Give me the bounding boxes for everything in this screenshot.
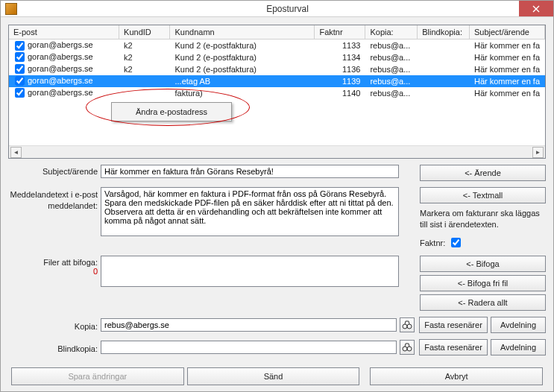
cell: Kund 2 (e-postfaktura) bbox=[170, 39, 315, 51]
body-textarea[interactable] bbox=[101, 187, 399, 236]
cell-email: goran@abergs.se bbox=[28, 76, 93, 85]
svg-point-2 bbox=[403, 347, 407, 351]
row-checkbox[interactable] bbox=[15, 64, 25, 74]
email-table-container: E-postKundIDKundnamnFaktnrKopia:Blindkop… bbox=[8, 25, 546, 159]
kopia-avdelning-button[interactable]: Avdelning bbox=[491, 317, 546, 333]
kopia-lookup-button[interactable] bbox=[400, 317, 415, 332]
table-row[interactable]: goran@abergs.sek2Kund 2 (e-postfaktura)1… bbox=[9, 63, 545, 75]
table-row[interactable]: goran@abergs.sefaktura)1140rebus@a...Här… bbox=[9, 87, 545, 99]
cell: 1133 bbox=[315, 39, 365, 51]
label-subject: Subject/ärende bbox=[8, 165, 98, 176]
binoculars-icon bbox=[402, 343, 412, 352]
horizontal-scrollbar[interactable]: ◄ ► bbox=[9, 145, 545, 158]
cell: rebus@a... bbox=[365, 75, 418, 87]
context-menu-item-change-email[interactable]: Ändra e-postadress bbox=[113, 104, 230, 119]
svg-point-3 bbox=[407, 347, 412, 351]
cell: k2 bbox=[119, 51, 170, 63]
table-scroll[interactable]: E-postKundIDKundnamnFaktnrKopia:Blindkop… bbox=[9, 25, 545, 145]
svg-point-1 bbox=[407, 324, 412, 329]
scroll-right-icon[interactable]: ► bbox=[532, 147, 544, 158]
binoculars-icon bbox=[402, 320, 412, 329]
blindkopia-avdelning-button[interactable]: Avdelning bbox=[491, 339, 546, 355]
bifoga-fri-fil-button[interactable]: <- Bifoga fri fil bbox=[420, 275, 546, 291]
bifoga-button[interactable]: <- Bifoga bbox=[420, 256, 546, 272]
column-header[interactable]: Kopia: bbox=[365, 25, 418, 39]
label-faktnr: Faktnr: bbox=[420, 238, 445, 247]
cell: Här kommer en fa bbox=[469, 39, 544, 51]
subject-input[interactable] bbox=[101, 165, 399, 178]
content-area: E-postKundIDKundnamnFaktnrKopia:Blindkop… bbox=[1, 17, 553, 391]
cell: faktura) bbox=[170, 87, 315, 99]
sand-button[interactable]: Sänd bbox=[187, 367, 360, 385]
blindkopia-fasta-button[interactable]: Fasta resenärer bbox=[419, 339, 488, 355]
cell: Kund 2 (e-postfaktura) bbox=[170, 51, 315, 63]
filer-count: 0 bbox=[8, 267, 98, 276]
cell-email: goran@abergs.se bbox=[28, 88, 93, 97]
cell-email: goran@abergs.se bbox=[28, 52, 93, 61]
column-header[interactable]: E-post bbox=[9, 25, 119, 39]
cell: rebus@a... bbox=[365, 63, 418, 75]
email-table: E-postKundIDKundnamnFaktnrKopia:Blindkop… bbox=[9, 25, 545, 98]
filer-listbox[interactable] bbox=[101, 256, 399, 287]
cell bbox=[119, 75, 170, 87]
cell: k2 bbox=[119, 39, 170, 51]
app-icon bbox=[5, 3, 17, 15]
cell: k2 bbox=[119, 63, 170, 75]
cell: Här kommer en fa bbox=[469, 51, 544, 63]
cell: Här kommer en fa bbox=[469, 63, 544, 75]
spara-button[interactable]: Spara ändringar bbox=[11, 367, 184, 385]
cell: Kund 2 (e-postfaktura) bbox=[170, 63, 315, 75]
column-header[interactable]: Kundnamn bbox=[170, 25, 315, 39]
blindkopia-lookup-button[interactable] bbox=[400, 340, 415, 355]
cell: rebus@a... bbox=[365, 39, 418, 51]
cell: 1140 bbox=[315, 87, 365, 99]
cell: 1134 bbox=[315, 51, 365, 63]
avbryt-button[interactable]: Avbryt bbox=[370, 367, 543, 385]
cell: ...etag AB bbox=[170, 75, 315, 87]
row-checkbox[interactable] bbox=[15, 76, 25, 86]
row-checkbox[interactable] bbox=[15, 88, 25, 98]
column-header[interactable]: KundID bbox=[119, 25, 170, 39]
svg-point-0 bbox=[403, 324, 407, 329]
cell-email: goran@abergs.se bbox=[28, 40, 93, 49]
cell bbox=[418, 63, 470, 75]
kopia-fasta-button[interactable]: Fasta resenärer bbox=[419, 317, 488, 333]
table-row[interactable]: goran@abergs.sek2Kund 2 (e-postfaktura)1… bbox=[9, 39, 545, 51]
faktnr-checkbox[interactable] bbox=[451, 238, 461, 247]
cell: 1136 bbox=[315, 63, 365, 75]
close-button[interactable] bbox=[519, 1, 553, 16]
radera-allt-button[interactable]: <- Radera allt bbox=[420, 294, 546, 311]
textmall-button[interactable]: <- Textmall bbox=[420, 187, 546, 203]
arende-button[interactable]: <- Ärende bbox=[420, 165, 546, 181]
cell-email: goran@abergs.se bbox=[28, 64, 93, 73]
cell bbox=[418, 75, 470, 87]
cell bbox=[418, 39, 470, 51]
kopia-input[interactable] bbox=[101, 318, 397, 332]
blindkopia-input[interactable] bbox=[101, 341, 397, 354]
cell bbox=[418, 51, 470, 63]
window-title: Eposturval bbox=[22, 4, 553, 14]
cell: Här kommer en fa bbox=[469, 87, 544, 99]
table-row[interactable]: goran@abergs.sek2Kund 2 (e-postfaktura)1… bbox=[9, 51, 545, 63]
cell bbox=[119, 87, 170, 99]
cell: rebus@a... bbox=[365, 51, 418, 63]
cell: rebus@a... bbox=[365, 87, 418, 99]
close-icon bbox=[532, 5, 540, 13]
scroll-left-icon[interactable]: ◄ bbox=[10, 147, 22, 158]
titlebar: Eposturval bbox=[1, 1, 553, 17]
column-header[interactable]: Faktnr bbox=[315, 25, 365, 39]
label-blindkopia: Blindkopia: bbox=[8, 342, 98, 353]
column-header[interactable]: Blindkopia: bbox=[418, 25, 470, 39]
label-filer: Filer att bifoga: 0 bbox=[8, 256, 98, 276]
label-body: Meddelandetext i e-post meddelandet: bbox=[8, 187, 98, 211]
cell: Här kommer en fa bbox=[469, 75, 544, 87]
cell: 1139 bbox=[315, 75, 365, 87]
column-header[interactable]: Subject/ärende bbox=[469, 25, 544, 39]
cell bbox=[418, 87, 470, 99]
context-menu: Ändra e-postadress bbox=[111, 102, 232, 121]
dialog-window: Eposturval E-postKundIDKundnamnFaktnrKop… bbox=[0, 0, 554, 392]
row-checkbox[interactable] bbox=[15, 52, 25, 62]
row-checkbox[interactable] bbox=[15, 41, 25, 51]
label-kopia: Kopia: bbox=[8, 320, 98, 331]
table-row[interactable]: goran@abergs.se...etag AB1139rebus@a...H… bbox=[9, 75, 545, 87]
